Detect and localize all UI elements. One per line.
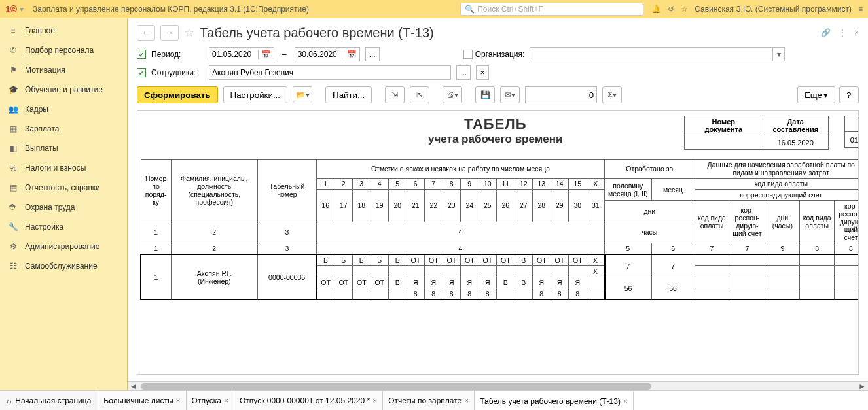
c: Я — [461, 277, 479, 288]
menu-icon[interactable]: ≡ — [858, 5, 863, 14]
save-icon[interactable]: 💾 — [475, 86, 495, 103]
emp-checkbox[interactable]: ✔ — [137, 68, 146, 77]
sidebar-item-admin[interactable]: ⚙Администрирование — [0, 237, 127, 256]
c: ОТ — [425, 254, 443, 266]
tab-salary-reports[interactable]: Отчеты по зарплате× — [383, 391, 475, 410]
tab-close-icon[interactable]: × — [176, 396, 181, 405]
month-days: 7 — [651, 254, 695, 277]
nav-back-button[interactable]: ← — [137, 25, 155, 41]
c — [389, 288, 407, 300]
emp-clear-button[interactable]: × — [476, 65, 489, 80]
scroll-left-icon[interactable]: ◄ — [129, 382, 138, 390]
sidebar-label: Самообслуживание — [25, 262, 98, 271]
horizontal-scrollbar[interactable]: ◄ ► — [128, 381, 868, 390]
find-button[interactable]: Найти... — [325, 86, 372, 103]
tab-timesheet[interactable]: Табель учета рабочего времени (Т-13)× — [475, 391, 634, 410]
collapse-icon[interactable]: ⇱ — [410, 86, 429, 103]
org-input[interactable]: ▾ — [530, 47, 785, 61]
sidebar-item-settings[interactable]: 🔧Настройка — [0, 217, 127, 237]
sidebar-item-education[interactable]: 🎓Обучение и развитие — [0, 80, 127, 99]
date-from-input[interactable]: 01.05.2020📅 — [209, 47, 274, 61]
sidebar-item-reports[interactable]: ▤Отчетность, справки — [0, 178, 127, 197]
c: ОТ — [407, 254, 425, 266]
nav-forward-button[interactable]: → — [160, 25, 179, 41]
calendar-icon[interactable]: 📅 — [258, 50, 271, 59]
emp-more-button[interactable]: ... — [456, 65, 471, 80]
tab-vacations[interactable]: Отпуска× — [187, 391, 234, 410]
favorite-icon[interactable]: ☆ — [184, 26, 194, 40]
sidebar-item-self[interactable]: ☷Самообслуживание — [0, 256, 127, 276]
c — [317, 266, 335, 277]
c: ОТ — [497, 254, 515, 266]
cn-3b: 3 — [257, 243, 316, 255]
c — [551, 266, 569, 277]
doc-date-label: Дата составления — [763, 116, 828, 135]
flag-icon: ⚑ — [7, 65, 20, 75]
sidebar-item-motivation[interactable]: ⚑Мотивация — [0, 60, 127, 80]
tab-sick[interactable]: Больничные листы× — [98, 391, 186, 410]
half-hours: 56 — [605, 277, 652, 300]
sidebar-item-recruit[interactable]: ✆Подбор персонала — [0, 41, 127, 60]
col-tabnum: Табельный номер — [257, 160, 316, 222]
sidebar-item-salary[interactable]: ▦Зарплата — [0, 119, 127, 139]
calendar-icon[interactable]: 📅 — [344, 50, 357, 59]
tab-close-icon[interactable]: × — [464, 396, 469, 405]
timesheet-table: Номер по поряд-ку Фамилия, инициалы, дол… — [140, 159, 859, 300]
c: ОТ — [443, 254, 461, 266]
mail-icon[interactable]: ✉▾ — [500, 86, 520, 103]
form-button[interactable]: Сформировать — [137, 86, 218, 103]
period-more-button[interactable]: ... — [365, 47, 380, 61]
period-checkbox[interactable]: ✔ — [137, 50, 146, 59]
scrollbar-thumb[interactable] — [141, 383, 651, 390]
day-22: 22 — [425, 190, 443, 222]
history-icon[interactable]: ↺ — [668, 5, 674, 14]
tab-vacation-doc[interactable]: Отпуск 0000-000001 от 12.05.2020 *× — [234, 391, 383, 410]
sidebar-item-hr[interactable]: 👥Кадры — [0, 99, 127, 119]
print-icon[interactable]: 🖨▾ — [443, 86, 462, 103]
tab-close-icon[interactable]: × — [623, 397, 628, 406]
org-checkbox[interactable] — [463, 50, 473, 59]
s — [729, 254, 765, 266]
tab-close-icon[interactable]: × — [372, 396, 377, 405]
col-marks: Отметки о явках и неявках на работу по ч… — [317, 160, 605, 179]
c — [587, 288, 605, 300]
dropdown-icon[interactable]: ▾ — [20, 5, 24, 14]
scroll-right-icon[interactable]: ► — [858, 382, 867, 390]
c — [497, 288, 515, 300]
sidebar-item-payments[interactable]: ◧Выплаты — [0, 139, 127, 158]
date-to-input[interactable]: 30.06.2020📅 — [295, 47, 360, 61]
star-icon[interactable]: ☆ — [681, 5, 688, 14]
sum-input[interactable] — [525, 86, 597, 103]
emp-name: Акопян Р.Г. — [197, 269, 232, 277]
row-tabnum: 0000-00036 — [257, 254, 316, 299]
more-icon[interactable]: ⋮ — [839, 28, 846, 37]
more-button[interactable]: Еще ▾ — [797, 86, 835, 103]
day-12: 12 — [515, 179, 533, 190]
open-icon[interactable]: 📂▾ — [293, 86, 312, 103]
sidebar-item-taxes[interactable]: %Налоги и взносы — [0, 158, 127, 178]
sidebar-item-safety[interactable]: ⛑Охрана труда — [0, 197, 127, 217]
emp-input[interactable]: Акопян Рубен Гезевич — [209, 65, 451, 80]
close-icon[interactable]: × — [854, 28, 859, 37]
c: В — [497, 277, 515, 288]
tab-close-icon[interactable]: × — [224, 396, 228, 405]
sidebar-item-main[interactable]: ≡Главное — [0, 21, 127, 41]
sigma-button[interactable]: Σ▾ — [602, 86, 622, 103]
chevron-down-icon[interactable]: ▾ — [772, 48, 784, 61]
expand-icon[interactable]: ⇲ — [385, 86, 405, 103]
col-half: половину месяца (I, II) — [605, 179, 652, 201]
bell-icon[interactable]: 🔔 — [651, 5, 661, 14]
tab-home[interactable]: ⌂Начальная страница — [0, 391, 98, 410]
c: 8 — [461, 288, 479, 300]
col-kv2: код вида оплаты — [800, 201, 835, 243]
link-icon[interactable]: 🔗 — [821, 28, 831, 37]
page-title: Табель учета рабочего времени (Т-13) — [200, 26, 434, 41]
search-input[interactable]: 🔍 Поиск Ctrl+Shift+F — [460, 3, 643, 16]
logo-1c: 1© — [5, 4, 17, 14]
more-label: Еще — [805, 90, 822, 100]
cn-1: 1 — [141, 222, 171, 243]
settings-button[interactable]: Настройки... — [223, 86, 287, 103]
sidebar: ≡Главное ✆Подбор персонала ⚑Мотивация 🎓О… — [0, 18, 128, 390]
help-button[interactable]: ? — [839, 86, 859, 103]
emp-label: Сотрудники: — [151, 68, 204, 77]
